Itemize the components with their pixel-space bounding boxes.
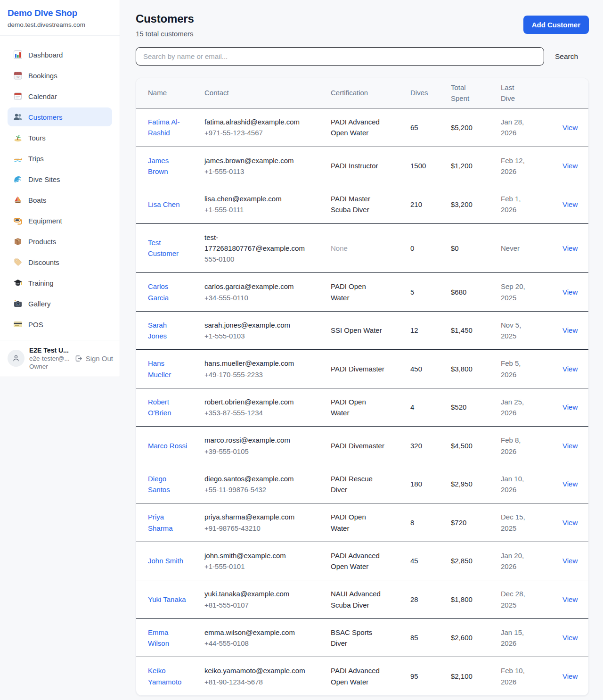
view-customer-link[interactable]: View — [562, 519, 578, 527]
user-info: E2E Test U... e2e-tester@... Owner — [29, 346, 70, 371]
sidebar-item-trips[interactable]: Trips — [8, 149, 112, 168]
customer-phone: 555-0100 — [204, 254, 299, 264]
customer-email: fatima.alrashid@example.com — [204, 116, 299, 127]
customer-certification: BSAC Sports Diver — [331, 618, 410, 657]
customer-phone: +34-555-0110 — [204, 292, 299, 303]
customer-dives: 450 — [410, 350, 451, 388]
view-customer-link[interactable]: View — [562, 326, 578, 334]
search-input[interactable] — [136, 47, 544, 66]
svg-text:17: 17 — [16, 75, 20, 79]
sidebar-item-discounts[interactable]: Discounts — [8, 253, 112, 272]
sidebar-item-label: Boats — [28, 196, 46, 204]
table-row: Diego Santos diego.santos@example.com +5… — [136, 465, 588, 503]
sidebar-item-pos[interactable]: POS — [8, 315, 112, 334]
customer-name-link[interactable]: Carlos Garcia — [148, 282, 169, 301]
customer-phone: +81-90-1234-5678 — [204, 676, 299, 687]
customer-name-link[interactable]: Keiko Yamamoto — [148, 667, 181, 685]
customer-email: robert.obrien@example.com — [204, 396, 299, 407]
add-customer-button[interactable]: Add Customer — [523, 16, 589, 34]
customer-total-spent: $2,600 — [451, 618, 501, 657]
customer-dives: 320 — [410, 427, 451, 465]
view-customer-link[interactable]: View — [562, 365, 578, 373]
view-customer-link[interactable]: View — [562, 403, 578, 411]
sidebar-item-gallery[interactable]: Gallery — [8, 294, 112, 313]
calendar-17-icon: 17 — [13, 71, 23, 80]
customer-certification: PADI Divemaster — [331, 427, 410, 465]
customer-total-spent: $1,200 — [451, 147, 501, 185]
customer-total-spent: $520 — [451, 388, 501, 427]
view-customer-link[interactable]: View — [562, 480, 578, 488]
customer-last-dive: Sep 20, 2025 — [501, 273, 551, 312]
customer-email: emma.wilson@example.com — [204, 627, 299, 638]
customer-certification: None — [331, 223, 410, 273]
customer-last-dive: Feb 5, 2026 — [501, 350, 551, 388]
sidebar-item-tours[interactable]: Tours — [8, 128, 112, 147]
view-customer-link[interactable]: View — [562, 634, 578, 642]
customer-last-dive: Feb 10, 2026 — [501, 657, 551, 695]
wave-icon — [13, 174, 23, 184]
customer-last-dive: Feb 8, 2026 — [501, 427, 551, 465]
sidebar-item-dive-sites[interactable]: Dive Sites — [8, 170, 112, 189]
customer-name-link[interactable]: John Smith — [148, 557, 183, 565]
sidebar-item-calendar[interactable]: Calendar — [8, 87, 112, 106]
customer-phone: +91-98765-43210 — [204, 523, 299, 534]
customer-name-link[interactable]: James Brown — [148, 156, 169, 175]
page-header: Customers 15 total customers Add Custome… — [136, 12, 589, 38]
view-customer-link[interactable]: View — [562, 672, 578, 680]
customer-certification: PADI Open Water — [331, 388, 410, 427]
view-customer-link[interactable]: View — [562, 557, 578, 565]
view-customer-link[interactable]: View — [562, 288, 578, 296]
customer-certification: PADI Advanced Open Water — [331, 108, 410, 147]
table-row: Yuki Tanaka yuki.tanaka@example.com +81-… — [136, 580, 588, 619]
customer-name-link[interactable]: Emma Wilson — [148, 628, 169, 647]
sidebar-item-products[interactable]: Products — [8, 232, 112, 251]
customer-dives: 5 — [410, 273, 451, 312]
sidebar: Demo Dive Shop demo.test.divestreams.com… — [0, 0, 120, 377]
customer-dives: 210 — [410, 185, 451, 224]
sidebar-item-customers[interactable]: Customers — [8, 107, 112, 126]
view-customer-link[interactable]: View — [562, 442, 578, 450]
customers-table-card: Name Contact Certification Dives Total S… — [136, 78, 589, 696]
customer-name-link[interactable]: Test Customer — [148, 239, 179, 257]
sidebar-item-label: Bookings — [28, 72, 57, 80]
customers-table: Name Contact Certification Dives Total S… — [136, 78, 588, 695]
view-customer-link[interactable]: View — [562, 244, 578, 252]
customer-name-link[interactable]: Marco Rossi — [148, 442, 187, 450]
view-customer-link[interactable]: View — [562, 124, 578, 132]
customer-name-link[interactable]: Lisa Chen — [148, 200, 180, 208]
table-row: Marco Rossi marco.rossi@example.com +39-… — [136, 427, 588, 465]
main-content: Customers 15 total customers Add Custome… — [120, 0, 603, 696]
customer-phone: +1-555-0101 — [204, 561, 299, 572]
column-header-name: Name — [136, 78, 204, 108]
customer-phone: +1-555-0111 — [204, 204, 299, 215]
customer-name-link[interactable]: Sarah Jones — [148, 321, 167, 340]
customer-email: marco.rossi@example.com — [204, 435, 299, 445]
credit-card-icon — [13, 320, 23, 329]
search-button[interactable]: Search — [544, 52, 589, 61]
customer-total-spent: $1,450 — [451, 311, 501, 350]
customer-dives: 95 — [410, 657, 451, 695]
customer-email: yuki.tanaka@example.com — [204, 588, 299, 599]
customer-total-spent: $5,200 — [451, 108, 501, 147]
sidebar-item-equipment[interactable]: Equipment — [8, 211, 112, 230]
customer-name-link[interactable]: Priya Sharma — [148, 513, 173, 532]
customer-certification: PADI Advanced Open Water — [331, 542, 410, 580]
sidebar-item-training[interactable]: Training — [8, 273, 112, 292]
view-customer-link[interactable]: View — [562, 200, 578, 208]
customer-dives: 65 — [410, 108, 451, 147]
sidebar-item-label: Discounts — [28, 258, 59, 266]
sidebar-item-label: Tours — [28, 134, 46, 142]
sidebar-item-bookings[interactable]: 17 Bookings — [8, 66, 112, 85]
customer-name-link[interactable]: Diego Santos — [148, 475, 170, 494]
customer-name-link[interactable]: Yuki Tanaka — [148, 595, 186, 603]
customer-last-dive: Jan 20, 2026 — [501, 542, 551, 580]
view-customer-link[interactable]: View — [562, 595, 578, 603]
sidebar-item-boats[interactable]: Boats — [8, 190, 112, 209]
customer-name-link[interactable]: Robert O'Brien — [148, 398, 171, 417]
sidebar-item-dashboard[interactable]: Dashboard — [8, 45, 112, 64]
sign-out-button[interactable]: Sign Out — [74, 354, 113, 362]
customer-certification: PADI Advanced Open Water — [331, 657, 410, 695]
view-customer-link[interactable]: View — [562, 162, 578, 170]
customer-name-link[interactable]: Fatima Al-Rashid — [148, 118, 180, 137]
customer-name-link[interactable]: Hans Mueller — [148, 359, 171, 378]
